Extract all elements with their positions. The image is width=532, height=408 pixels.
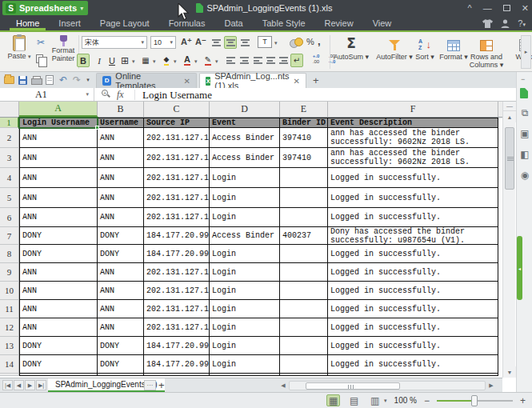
- cell-F12[interactable]: Logged in successfully.: [328, 318, 498, 337]
- menu-tab-review[interactable]: Review: [315, 16, 363, 30]
- cell-F1[interactable]: Event Description: [328, 118, 498, 128]
- tab-online-templates[interactable]: D Online Templates ✕: [96, 73, 197, 88]
- cell-E6[interactable]: [280, 208, 328, 227]
- chevron-down-icon[interactable]: ▾: [384, 398, 387, 404]
- cell-C2[interactable]: 202.131.127.19: [144, 128, 210, 148]
- menu-tab-formulas[interactable]: Formulas: [159, 16, 215, 30]
- menu-tab-table-style[interactable]: Table Style: [253, 16, 315, 30]
- selection-pane-icon[interactable]: ⧉: [519, 107, 530, 118]
- cell-A4[interactable]: ANN: [19, 168, 98, 188]
- cell-E2[interactable]: 397410: [280, 128, 328, 148]
- cell-D6[interactable]: Login: [210, 208, 280, 227]
- cell-F6[interactable]: Logged in successfully.: [328, 208, 498, 227]
- print-preview-icon[interactable]: [44, 74, 55, 86]
- decrease-indent-icon[interactable]: [224, 54, 237, 67]
- cell-F[interactable]: [328, 374, 498, 376]
- font-color-icon[interactable]: A: [181, 54, 194, 67]
- align-middle-icon[interactable]: [224, 36, 237, 49]
- cell-E8[interactable]: [280, 245, 328, 263]
- align-left-icon[interactable]: [251, 54, 264, 67]
- cell-A14[interactable]: DONY: [19, 355, 98, 374]
- align-top-icon[interactable]: [210, 36, 222, 49]
- cell-A8[interactable]: DONY: [19, 245, 98, 263]
- cell-C3[interactable]: 202.131.127.19: [144, 148, 210, 168]
- collapse-ribbon-icon[interactable]: ^: [468, 0, 472, 16]
- cell-D9[interactable]: Login: [210, 263, 280, 282]
- cell-E9[interactable]: [280, 263, 328, 282]
- select-all-corner[interactable]: [0, 102, 19, 117]
- menu-tab-home[interactable]: Home: [6, 16, 49, 30]
- row-header-11[interactable]: 11: [0, 300, 19, 318]
- zoom-out-button[interactable]: −: [424, 395, 430, 406]
- menu-tab-insert[interactable]: Insert: [49, 16, 90, 30]
- row-header-6[interactable]: 6: [0, 208, 19, 227]
- cell-D11[interactable]: Login: [210, 300, 280, 318]
- cell-B4[interactable]: ANN: [98, 168, 144, 188]
- save-icon[interactable]: [17, 74, 28, 86]
- minimize-button[interactable]: —: [483, 0, 492, 16]
- chevron-down-icon[interactable]: ▾: [153, 58, 156, 65]
- cell-A2[interactable]: ANN: [19, 128, 98, 148]
- zoom-slider-thumb[interactable]: [471, 395, 478, 406]
- cell-B6[interactable]: ANN: [98, 208, 144, 227]
- cell-F10[interactable]: Logged in successfully.: [328, 282, 498, 300]
- cell-E12[interactable]: [280, 318, 328, 337]
- quick-access-more-icon[interactable]: ▾: [85, 74, 91, 86]
- column-header-b[interactable]: B: [98, 102, 144, 117]
- cell-C14[interactable]: 184.177.20.99: [144, 355, 210, 374]
- comma-style-button[interactable]: ,: [318, 35, 321, 47]
- cell-B8[interactable]: DONY: [98, 245, 144, 263]
- column-header-e[interactable]: E: [280, 102, 328, 117]
- print-icon[interactable]: [30, 74, 42, 86]
- cell-C11[interactable]: 202.131.127.19: [144, 300, 210, 318]
- menu-tab-view[interactable]: View: [363, 16, 402, 30]
- chevron-down-icon[interactable]: ▾: [274, 40, 278, 46]
- cell-E[interactable]: [280, 374, 328, 376]
- cell-D10[interactable]: Login: [210, 282, 280, 300]
- undo-icon[interactable]: ↶: [58, 74, 69, 86]
- add-sheet-button[interactable]: +: [158, 379, 165, 391]
- horizontal-scroll-thumb[interactable]: [306, 382, 400, 390]
- column-header-a[interactable]: A: [19, 102, 98, 117]
- chevron-down-icon[interactable]: ▾: [132, 58, 135, 65]
- merge-center-button[interactable]: T: [258, 36, 272, 48]
- cell-D13[interactable]: Login: [210, 337, 280, 355]
- cell-A[interactable]: [19, 374, 98, 376]
- align-bottom-icon[interactable]: [238, 36, 251, 49]
- cell-C10[interactable]: 202.131.127.19: [144, 282, 210, 300]
- next-sheet-icon[interactable]: ▶: [25, 380, 35, 390]
- horizontal-scroll-track[interactable]: [289, 381, 486, 390]
- autosum-button[interactable]: ΣAutoSum ▾: [330, 34, 372, 70]
- column-header-c[interactable]: C: [144, 102, 210, 117]
- cell-F4[interactable]: Logged in successfully.: [328, 168, 498, 188]
- shrink-font-button[interactable]: A⁻: [195, 37, 206, 47]
- cell-A11[interactable]: ANN: [19, 300, 98, 318]
- cell-B11[interactable]: ANN: [98, 300, 144, 318]
- first-sheet-icon[interactable]: |◀: [2, 380, 13, 390]
- cell-B13[interactable]: DONY: [98, 337, 144, 355]
- cell-D1[interactable]: Event: [210, 118, 280, 128]
- cell-shading-icon[interactable]: ▦: [139, 54, 152, 67]
- account-icon[interactable]: [501, 19, 510, 28]
- cell-A3[interactable]: ANN: [19, 148, 98, 168]
- zoom-slider[interactable]: [437, 395, 513, 406]
- cell-B5[interactable]: ANN: [98, 188, 144, 208]
- close-tab-icon[interactable]: ✕: [294, 77, 300, 86]
- row-header-12[interactable]: 12: [0, 318, 19, 337]
- cell-B7[interactable]: DONY: [98, 227, 144, 245]
- new-tab-button[interactable]: +: [313, 74, 319, 86]
- menu-tab-page-layout[interactable]: Page Layout: [90, 16, 159, 30]
- cell-E14[interactable]: [280, 355, 328, 374]
- refresh-pane-icon[interactable]: ◉: [519, 170, 530, 181]
- zoom-in-button[interactable]: +: [520, 395, 526, 406]
- row-header-10[interactable]: 10: [0, 282, 19, 300]
- row-header-7[interactable]: 7: [0, 227, 19, 245]
- insert-function-icon[interactable]: fx: [117, 89, 124, 101]
- scroll-right-icon[interactable]: ▶: [486, 381, 496, 390]
- font-size-select[interactable]: 10▾: [150, 36, 176, 49]
- fill-color-icon[interactable]: ◆: [160, 54, 173, 67]
- chevron-down-icon[interactable]: ▾: [215, 58, 218, 65]
- currency-icon[interactable]: [290, 38, 302, 47]
- italic-button[interactable]: I: [93, 54, 106, 67]
- split-handle-icon[interactable]: —: [503, 102, 516, 111]
